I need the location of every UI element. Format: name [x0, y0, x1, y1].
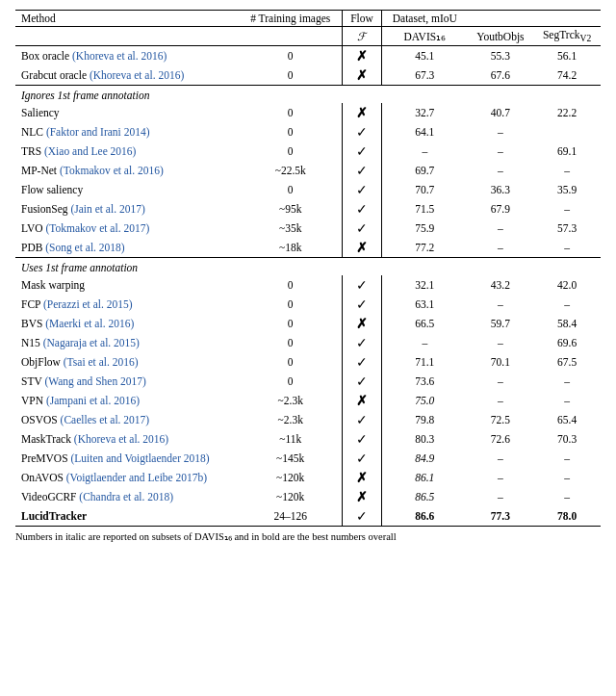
cell-method: NLC (Faktor and Irani 2014) — [15, 122, 240, 142]
table-row: FusionSeg (Jain et al. 2017) ~95k ✓ 71.5… — [15, 199, 601, 219]
cell-segtrkv2: 35.9 — [533, 180, 601, 199]
cell-training: ~120k — [240, 468, 343, 487]
cell-method: N15 (Nagaraja et al. 2015) — [15, 333, 240, 352]
cell-davis16: 69.7 — [382, 161, 468, 180]
cell-segtrkv2: 58.4 — [533, 314, 601, 333]
cell-youtbobjs: – — [468, 487, 534, 506]
cell-davis16: 32.7 — [382, 103, 468, 122]
cell-training: 24–126 — [240, 506, 343, 527]
cell-youtbobjs: 55.3 — [468, 46, 534, 66]
cell-segtrkv2: 69.1 — [533, 142, 601, 161]
cell-davis16: 86.5 — [382, 487, 468, 506]
cell-training: ~22.5k — [240, 161, 343, 180]
cell-davis16: 75.0 — [382, 391, 468, 410]
table-row: VideoGCRF (Chandra et al. 2018) ~120k ✗ … — [15, 487, 601, 506]
table-row: VPN (Jampani et al. 2016) ~2.3k ✗ 75.0 –… — [15, 391, 601, 410]
table-row: LVO (Tokmakov et al. 2017) ~35k ✓ 75.9 –… — [15, 219, 601, 238]
cell-training: 0 — [240, 372, 343, 391]
cell-segtrkv2: 78.0 — [533, 506, 601, 527]
cell-flow: ✓ — [342, 295, 381, 314]
cell-flow: ✗ — [342, 46, 381, 66]
cell-method: MaskTrack (Khoreva et al. 2016) — [15, 429, 240, 449]
section-header-label: Uses 1st frame annotation — [15, 258, 601, 276]
table-row: FCP (Perazzi et al. 2015) 0 ✓ 63.1 – – — [15, 295, 601, 314]
cell-youtbobjs: – — [468, 449, 534, 468]
cell-segtrkv2: – — [533, 468, 601, 487]
cell-training: ~18k — [240, 238, 343, 258]
cell-davis16: – — [382, 333, 468, 352]
cell-training: 0 — [240, 142, 343, 161]
cell-method: Mask warping — [15, 275, 240, 295]
cell-training: 0 — [240, 295, 343, 314]
cell-davis16: 86.1 — [382, 468, 468, 487]
cell-youtbobjs: – — [468, 333, 534, 352]
col-header-flow: Flow — [342, 11, 381, 27]
cell-davis16: 84.9 — [382, 449, 468, 468]
section-header-row: Ignores 1st frame annotation — [15, 86, 601, 104]
cell-youtbobjs: 70.1 — [468, 352, 534, 372]
cell-flow: ✗ — [342, 103, 381, 122]
cell-flow: ✓ — [342, 333, 381, 352]
cell-training: 0 — [240, 122, 343, 142]
cell-method: OnAVOS (Voigtlaender and Leibe 2017b) — [15, 468, 240, 487]
cell-method: MP-Net (Tokmakov et al. 2016) — [15, 161, 240, 180]
table-row: N15 (Nagaraja et al. 2015) 0 ✓ – – 69.6 — [15, 333, 601, 352]
cell-segtrkv2: – — [533, 372, 601, 391]
cell-youtbobjs: – — [468, 161, 534, 180]
cell-segtrkv2: 69.6 — [533, 333, 601, 352]
table-row: MaskTrack (Khoreva et al. 2016) ~11k ✓ 8… — [15, 429, 601, 449]
cell-segtrkv2: 42.0 — [533, 275, 601, 295]
table-row: OnAVOS (Voigtlaender and Leibe 2017b) ~1… — [15, 468, 601, 487]
col-header-youtbobjs — [468, 11, 534, 27]
cell-training: 0 — [240, 46, 343, 66]
cell-davis16: 32.1 — [382, 275, 468, 295]
cell-training: ~120k — [240, 487, 343, 506]
cell-training: ~35k — [240, 219, 343, 238]
col-subheader-segtrkv2: SegTrckV2 — [533, 27, 601, 46]
cell-segtrkv2: – — [533, 487, 601, 506]
cell-youtbobjs: 72.5 — [468, 410, 534, 429]
cell-method: LVO (Tokmakov et al. 2017) — [15, 219, 240, 238]
comparison-table: Method # Training images Flow Dataset, m… — [15, 10, 601, 527]
cell-segtrkv2: – — [533, 295, 601, 314]
col-subheader-flow-f: ℱ — [342, 27, 381, 46]
table-note: Numbers in italic are reported on subset… — [15, 530, 601, 542]
cell-flow: ✗ — [342, 314, 381, 333]
cell-davis16: 73.6 — [382, 372, 468, 391]
cell-youtbobjs: 77.3 — [468, 506, 534, 527]
cell-davis16: 86.6 — [382, 506, 468, 527]
cell-youtbobjs: – — [468, 295, 534, 314]
table-row: STV (Wang and Shen 2017) 0 ✓ 73.6 – – — [15, 372, 601, 391]
section-header-label: Ignores 1st frame annotation — [15, 86, 601, 104]
cell-davis16: 77.2 — [382, 238, 468, 258]
cell-youtbobjs: – — [468, 122, 534, 142]
table-row: BVS (Maerki et al. 2016) 0 ✗ 66.5 59.7 5… — [15, 314, 601, 333]
cell-training: 0 — [240, 275, 343, 295]
cell-segtrkv2: – — [533, 391, 601, 410]
cell-method: Saliency — [15, 103, 240, 122]
cell-segtrkv2: 74.2 — [533, 65, 601, 86]
cell-flow: ✗ — [342, 65, 381, 86]
cell-training: 0 — [240, 180, 343, 199]
cell-segtrkv2: 56.1 — [533, 46, 601, 66]
cell-segtrkv2: – — [533, 161, 601, 180]
col-subheader-training-empty — [240, 27, 343, 46]
cell-training: 0 — [240, 333, 343, 352]
cell-flow: ✓ — [342, 219, 381, 238]
table-row: PreMVOS (Luiten and Voigtlaender 2018) ~… — [15, 449, 601, 468]
cell-flow: ✓ — [342, 142, 381, 161]
cell-training: ~2.3k — [240, 410, 343, 429]
cell-youtbobjs: – — [468, 391, 534, 410]
cell-flow: ✓ — [342, 429, 381, 449]
cell-youtbobjs: – — [468, 468, 534, 487]
cell-flow: ✓ — [342, 372, 381, 391]
cell-flow: ✗ — [342, 468, 381, 487]
cell-youtbobjs: 40.7 — [468, 103, 534, 122]
cell-method: FCP (Perazzi et al. 2015) — [15, 295, 240, 314]
cell-training: 0 — [240, 65, 343, 86]
col-subheader-davis16: DAVIS₁₆ — [382, 27, 468, 46]
cell-training: ~2.3k — [240, 391, 343, 410]
cell-davis16: 71.1 — [382, 352, 468, 372]
col-header-training: # Training images — [240, 11, 343, 27]
col-header-davis16: Dataset, mIoU — [382, 11, 468, 27]
